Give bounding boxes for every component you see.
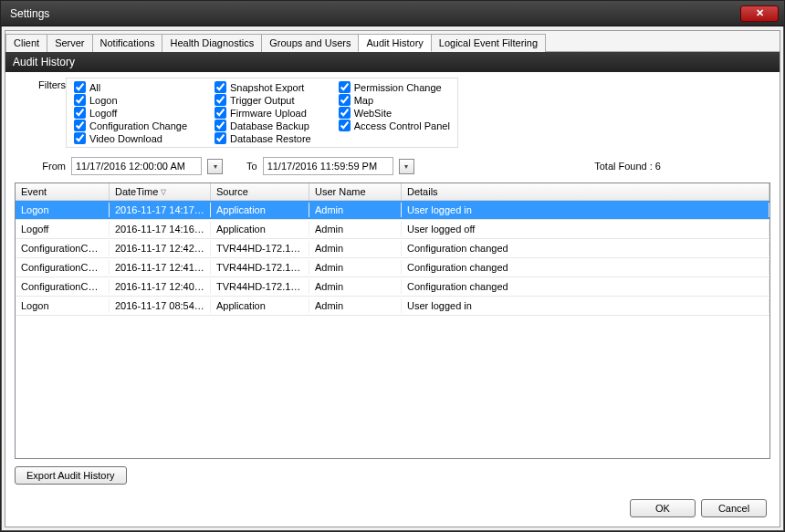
table-cell: Admin [309, 241, 402, 256]
filters-label: Filters [15, 78, 66, 90]
tab-groups-and-users[interactable]: Groups and Users [261, 34, 359, 52]
table-cell: Application [211, 203, 309, 217]
from-date-picker-button[interactable]: ▾ [207, 159, 223, 174]
ok-button[interactable]: OK [630, 499, 696, 517]
table-cell: ConfigurationCha... [16, 260, 110, 275]
close-button[interactable]: ✕ [740, 5, 779, 22]
to-date-value: 11/17/2016 11:59:59 PM [267, 161, 377, 172]
checkbox-input[interactable] [339, 94, 351, 106]
table-row[interactable]: Logoff2016-11-17 14:16:06ApplicationAdmi… [16, 220, 769, 239]
filter-checkbox-website[interactable]: WebSite [339, 107, 450, 119]
filter-checkbox-snapshot-export[interactable]: Snapshot Export [215, 81, 311, 93]
checkbox-input[interactable] [74, 120, 86, 131]
checkbox-label: All [89, 82, 100, 93]
table-cell: Configuration changed [402, 241, 769, 256]
tab-client[interactable]: Client [5, 34, 47, 52]
tab-notifications[interactable]: Notifications [92, 34, 163, 52]
table-row[interactable]: Logon2016-11-17 14:17:44ApplicationAdmin… [16, 201, 769, 220]
checkbox-input[interactable] [74, 132, 86, 144]
table-cell: Configuration changed [402, 260, 769, 275]
table-cell: 2016-11-17 12:41:38 [110, 260, 211, 275]
titlebar[interactable]: Settings ✕ [1, 1, 784, 26]
total-found-label: Total Found : 6 [594, 161, 661, 172]
grid-header-row: EventDateTime▽SourceUser NameDetails [16, 183, 769, 201]
settings-window: Settings ✕ ClientServerNotificationsHeal… [0, 0, 785, 532]
table-cell: Admin [309, 260, 402, 275]
filter-checkbox-database-backup[interactable]: Database Backup [215, 120, 311, 131]
filter-checkbox-logoff[interactable]: Logoff [74, 107, 187, 119]
grid-body[interactable]: Logon2016-11-17 14:17:44ApplicationAdmin… [16, 201, 769, 458]
column-header-event[interactable]: Event [16, 183, 110, 200]
table-cell: Configuration changed [402, 279, 769, 294]
cancel-button[interactable]: Cancel [701, 499, 767, 517]
dialog-footer: OK Cancel [5, 492, 780, 527]
checkbox-input[interactable] [215, 107, 226, 119]
content-area: Filters AllLogonLogoffConfiguration Chan… [5, 72, 780, 492]
from-label: From [15, 161, 66, 172]
checkbox-input[interactable] [74, 81, 86, 93]
tab-server[interactable]: Server [47, 34, 92, 52]
table-row[interactable]: ConfigurationCha...2016-11-17 12:42:35TV… [16, 239, 769, 258]
window-title: Settings [6, 7, 49, 20]
tab-logical-event-filtering[interactable]: Logical Event Filtering [431, 34, 546, 52]
to-date-input[interactable]: 11/17/2016 11:59:59 PM [263, 157, 393, 175]
table-row[interactable]: Logon2016-11-17 08:54:52ApplicationAdmin… [16, 297, 769, 316]
table-cell: User logged off [402, 222, 769, 236]
checkbox-input[interactable] [339, 81, 351, 93]
checkbox-input[interactable] [215, 132, 226, 144]
tab-strip: ClientServerNotificationsHealth Diagnost… [5, 31, 780, 52]
checkbox-label: Logon [89, 95, 118, 106]
column-header-details[interactable]: Details [402, 183, 769, 200]
table-cell: TVR44HD-172.16.... [211, 279, 309, 294]
checkbox-input[interactable] [339, 120, 351, 131]
filter-checkbox-trigger-output[interactable]: Trigger Output [215, 94, 311, 106]
filter-checkbox-all[interactable]: All [74, 81, 187, 93]
filter-checkbox-firmware-upload[interactable]: Firmware Upload [215, 107, 311, 119]
filter-checkbox-video-download[interactable]: Video Download [74, 132, 187, 144]
table-cell: ConfigurationCha... [16, 241, 110, 256]
tab-audit-history[interactable]: Audit History [358, 34, 431, 52]
panel-title: Audit History [5, 52, 780, 72]
table-cell: User logged in [402, 298, 769, 313]
table-cell: Application [211, 222, 309, 236]
table-cell: ConfigurationCha... [16, 279, 110, 294]
table-cell: Logon [16, 203, 110, 217]
filter-checkbox-database-restore[interactable]: Database Restore [215, 132, 311, 144]
filter-checkbox-access-control-panel[interactable]: Access Control Panel [339, 120, 450, 131]
table-cell: Logon [16, 298, 110, 313]
table-row[interactable]: ConfigurationCha...2016-11-17 12:40:48TV… [16, 277, 769, 297]
checkbox-label: Trigger Output [230, 95, 295, 106]
column-header-label: DateTime [115, 186, 158, 197]
export-audit-history-button[interactable]: Export Audit History [15, 466, 127, 485]
filter-checkbox-map[interactable]: Map [339, 94, 450, 106]
checkbox-label: WebSite [354, 108, 392, 119]
table-row[interactable]: ConfigurationCha...2016-11-17 12:41:38TV… [16, 258, 769, 277]
checkbox-label: Logoff [89, 108, 117, 119]
checkbox-input[interactable] [215, 94, 226, 106]
column-header-source[interactable]: Source [211, 183, 309, 200]
checkbox-input[interactable] [339, 107, 351, 119]
table-cell: Admin [309, 279, 402, 294]
tab-health-diagnostics[interactable]: Health Diagnostics [162, 34, 262, 52]
filter-checkbox-configuration-change[interactable]: Configuration Change [74, 120, 187, 131]
table-cell: User logged in [402, 203, 769, 217]
checkbox-input[interactable] [74, 107, 86, 119]
checkbox-input[interactable] [215, 81, 226, 93]
filter-checkbox-permission-change[interactable]: Permission Change [339, 81, 450, 93]
checkbox-input[interactable] [215, 120, 226, 131]
column-header-datetime[interactable]: DateTime▽ [110, 183, 211, 200]
checkbox-label: Configuration Change [89, 120, 187, 131]
checkbox-label: Firmware Upload [230, 108, 307, 119]
from-date-value: 11/17/2016 12:00:00 AM [76, 161, 185, 172]
checkbox-label: Video Download [89, 133, 162, 144]
checkbox-label: Map [354, 95, 373, 106]
to-date-picker-button[interactable]: ▾ [399, 159, 414, 174]
checkbox-input[interactable] [74, 94, 86, 106]
table-cell: Application [211, 298, 309, 313]
from-date-input[interactable]: 11/17/2016 12:00:00 AM [71, 157, 202, 175]
column-header-label: Details [407, 186, 438, 197]
table-cell: 2016-11-17 14:16:06 [110, 222, 211, 236]
filter-checkbox-logon[interactable]: Logon [74, 94, 187, 106]
table-cell: 2016-11-17 08:54:52 [110, 298, 211, 313]
column-header-user-name[interactable]: User Name [309, 183, 402, 200]
